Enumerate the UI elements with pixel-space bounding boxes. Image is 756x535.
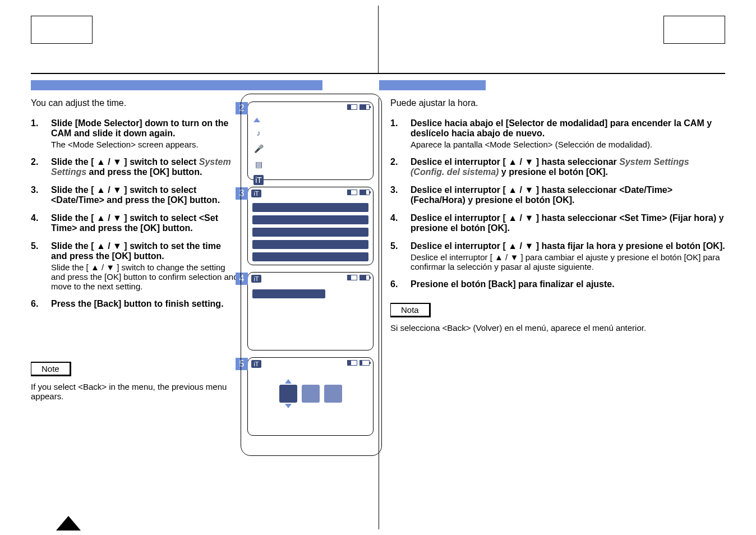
step-body: Slide the [ ▲ / ▼ ] switch to select Sys… bbox=[51, 157, 238, 177]
step-number: 6. bbox=[31, 299, 51, 309]
mode-icon-column: ♪ 🎤 ▤ iT bbox=[253, 118, 264, 185]
memory-icon bbox=[347, 360, 357, 366]
step-body: Presione el botón [Back] para finalizar … bbox=[411, 279, 725, 289]
time-field-hour bbox=[279, 385, 297, 403]
device-screen-2: 2 ♪ 🎤 ▤ iT bbox=[247, 102, 374, 180]
battery-icon bbox=[359, 104, 370, 110]
step-number: 4. bbox=[390, 213, 411, 233]
page-number-box-right bbox=[663, 16, 725, 44]
section-heading-bar-left bbox=[31, 80, 322, 90]
time-field-ampm bbox=[324, 385, 342, 403]
status-bar bbox=[347, 275, 370, 280]
status-bar bbox=[347, 360, 370, 366]
screenshots-group: 2 ♪ 🎤 ▤ iT 3 iT bbox=[244, 98, 379, 446]
settings-icon: iT bbox=[251, 190, 261, 197]
screen-tag: 3 bbox=[236, 187, 248, 200]
file-icon: ▤ bbox=[253, 159, 264, 169]
screen-tag: 2 bbox=[236, 102, 248, 114]
step-body: Deslice el interruptor [ ▲ / ▼ ] hasta f… bbox=[411, 241, 725, 271]
device-screen-5: 5 iT bbox=[247, 357, 374, 436]
step-4-es: 4. Deslice el interruptor [ ▲ / ▼ ] hast… bbox=[390, 213, 725, 233]
step-subtext: Slide the [ ▲ / ▼ ] switch to change the… bbox=[51, 262, 238, 291]
step-number: 5. bbox=[390, 241, 411, 271]
step-subtext: The <Mode Selection> screen appears. bbox=[51, 140, 238, 149]
step-number: 1. bbox=[390, 118, 411, 149]
status-bar bbox=[347, 190, 370, 195]
menu-item bbox=[252, 289, 325, 298]
memory-icon bbox=[347, 104, 357, 110]
step-text: Deslice el interruptor [ ▲ / ▼ ] hasta f… bbox=[411, 241, 725, 251]
memory-icon bbox=[347, 275, 357, 280]
time-fields bbox=[279, 385, 342, 403]
note-label-en: Note bbox=[31, 362, 71, 376]
step-number: 2. bbox=[390, 157, 411, 177]
step-4-en: 4. Slide the [ ▲ / ▼ ] switch to select … bbox=[31, 213, 238, 233]
step-body: Deslice hacia abajo el [Selector de moda… bbox=[411, 118, 725, 149]
step-text: Slide the [ ▲ / ▼ ] switch to select <Da… bbox=[51, 185, 220, 205]
menu-item bbox=[252, 203, 368, 212]
battery-icon bbox=[359, 275, 370, 280]
status-bar bbox=[347, 104, 370, 110]
step-body: Press the [Back] button to finish settin… bbox=[51, 299, 238, 309]
section-heading-bar-right bbox=[379, 80, 486, 90]
arrow-up-icon bbox=[253, 118, 260, 122]
step-6-en: 6. Press the [Back] button to finish set… bbox=[31, 299, 238, 309]
device-screen-3: 3 iT bbox=[247, 187, 374, 265]
step-3-en: 3. Slide the [ ▲ / ▼ ] switch to select … bbox=[31, 185, 238, 205]
intro-text-es: Puede ajustar la hora. bbox=[390, 98, 725, 108]
step-2-es: 2. Deslice el interruptor [ ▲ / ▼ ] hast… bbox=[390, 157, 725, 177]
step-text-pre: Deslice el interruptor [ ▲ / ▼ ] hasta s… bbox=[411, 157, 619, 167]
settings-icon: iT bbox=[251, 275, 261, 283]
settings-icon: iT bbox=[253, 175, 264, 185]
step-number: 1. bbox=[31, 118, 51, 149]
step-text: Presione el botón [Back] para finalizar … bbox=[411, 279, 615, 289]
page-root: You can adjust the time. 1. Slide [Mode … bbox=[0, 0, 756, 535]
step-number: 4. bbox=[31, 213, 51, 233]
menu-item bbox=[252, 215, 368, 224]
step-text-post: and press the [OK] button. bbox=[86, 167, 202, 177]
music-icon: ♪ bbox=[253, 128, 264, 138]
step-text: Deslice el interruptor [ ▲ / ▼ ] hasta s… bbox=[411, 185, 672, 205]
column-spanish: Puede ajustar la hora. 1. Deslice hacia … bbox=[379, 98, 725, 529]
horizontal-rule bbox=[31, 73, 725, 74]
column-screenshots: 2 ♪ 🎤 ▤ iT 3 iT bbox=[244, 98, 379, 529]
step-body: Slide the [ ▲ / ▼ ] switch to set the ti… bbox=[51, 241, 238, 291]
step-3-es: 3. Deslice el interruptor [ ▲ / ▼ ] hast… bbox=[390, 185, 725, 205]
step-6-es: 6. Presione el botón [Back] para finaliz… bbox=[390, 279, 725, 289]
screen-tag: 5 bbox=[236, 358, 248, 370]
voice-icon: 🎤 bbox=[253, 144, 264, 154]
menu-item bbox=[252, 240, 368, 249]
note-text-es: Si selecciona <Back> (Volver) en el menú… bbox=[390, 323, 725, 333]
step-body: Deslice el interruptor [ ▲ / ▼ ] hasta s… bbox=[411, 213, 725, 233]
step-text: Deslice hacia abajo el [Selector de moda… bbox=[411, 118, 712, 138]
step-text: Press the [Back] button to finish settin… bbox=[51, 299, 224, 308]
content-area: You can adjust the time. 1. Slide [Mode … bbox=[31, 98, 725, 529]
step-text: Slide [Mode Selector] down to turn on th… bbox=[51, 118, 228, 138]
step-body: Deslice el interruptor [ ▲ / ▼ ] hasta s… bbox=[411, 185, 725, 205]
memory-icon bbox=[347, 190, 357, 195]
step-number: 6. bbox=[390, 279, 411, 289]
menu-rows bbox=[252, 203, 368, 261]
screen-tag: 4 bbox=[236, 273, 248, 285]
battery-icon bbox=[359, 190, 370, 195]
step-body: Slide the [ ▲ / ▼ ] switch to select <Da… bbox=[51, 185, 238, 205]
step-number: 3. bbox=[31, 185, 51, 205]
battery-icon bbox=[359, 360, 370, 366]
page-nav-arrow-icon bbox=[56, 516, 81, 531]
intro-text-en: You can adjust the time. bbox=[31, 98, 238, 108]
step-number: 5. bbox=[31, 241, 51, 291]
settings-icon: iT bbox=[251, 360, 261, 368]
step-text-post: y presione el botón [OK]. bbox=[499, 167, 608, 177]
step-subtext: Aparece la pantalla <Mode Selection> (Se… bbox=[411, 140, 725, 149]
step-5-es: 5. Deslice el interruptor [ ▲ / ▼ ] hast… bbox=[390, 241, 725, 271]
menu-item bbox=[252, 228, 368, 237]
step-text: Slide the [ ▲ / ▼ ] switch to select <Se… bbox=[51, 213, 218, 233]
step-body: Slide the [ ▲ / ▼ ] switch to select <Se… bbox=[51, 213, 238, 233]
step-text: Slide the [ ▲ / ▼ ] switch to set the ti… bbox=[51, 241, 221, 261]
step-5-en: 5. Slide the [ ▲ / ▼ ] switch to set the… bbox=[31, 241, 238, 291]
step-text-pre: Slide the [ ▲ / ▼ ] switch to select bbox=[51, 157, 199, 167]
device-screen-4: 4 iT bbox=[247, 272, 374, 350]
step-subtext: Deslice el interruptor [ ▲ / ▼ ] para ca… bbox=[411, 252, 725, 271]
step-number: 2. bbox=[31, 157, 51, 177]
step-text: Deslice el interruptor [ ▲ / ▼ ] hasta s… bbox=[411, 213, 724, 233]
